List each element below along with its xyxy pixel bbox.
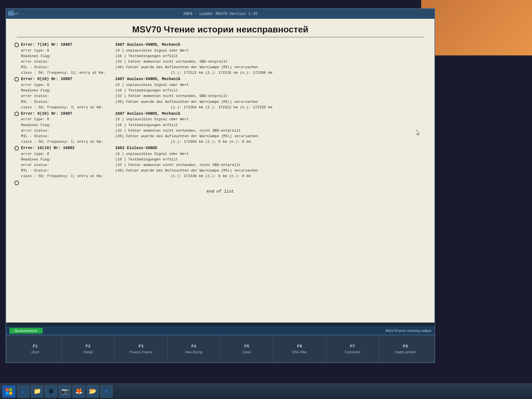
end-of-list-text: end of list (14, 188, 426, 195)
error-header: Error: 8(10) Nr: 10887 (21, 76, 115, 82)
folder2-button[interactable]: 📂 (86, 385, 99, 398)
error-line3: (33 ) Fehler momentan nicht vorhanden, O… (115, 59, 426, 65)
error-readines: Readines Flag: (21, 88, 115, 93)
about-menu[interactable]: About... (8, 12, 24, 16)
error-right: 2A87 Auslass-VANOS, Mechanik (8 ) unplau… (115, 42, 426, 76)
error-class: class : 56; frequency: 3; entry at Km: (21, 105, 115, 110)
error-line2: (16 ) Testbedingungen erfüllt (115, 157, 426, 162)
ie-icon: e (22, 388, 25, 395)
error-right-header: 2A82 Einlass-VANOS (115, 145, 426, 151)
fkey-f8[interactable]: F8 matrix printer (379, 335, 432, 362)
table-row: Error: 10(10) Nr: 10882 error type: 8 Re… (14, 145, 426, 179)
svg-rect-1 (6, 388, 8, 391)
fkey-f8-desc: matrix printer (395, 350, 416, 354)
error-line3: (32 ) Fehler momentan nicht vorhanden, n… (115, 128, 426, 134)
error-readines: Readines Flag: (21, 157, 115, 162)
fkey-f2-label: F2 (86, 344, 91, 348)
fkey-f7-label: F7 (350, 344, 355, 348)
content-area: MSV70 Чтение истории неисправностей Erro… (6, 19, 434, 323)
error-type: error type: 8 (21, 48, 115, 53)
firefox-button[interactable]: 🦊 (73, 385, 85, 398)
background-warm (421, 0, 532, 55)
svg-rect-2 (9, 388, 12, 391)
fkey-f1-desc: short (31, 350, 39, 354)
bmw-icon: ⊕ (105, 388, 108, 395)
folder2-icon: 📂 (89, 388, 96, 395)
error-right: 2A82 Einlass-VANOS (8 ) unplausibles Sig… (115, 145, 426, 179)
fkey-f4-label: F4 (191, 344, 196, 348)
svg-marker-0 (416, 130, 420, 135)
page-title: MSV70 Чтение истории неисправностей (6, 19, 434, 37)
error-line1: (8 ) unplausibles Signal oder Wert (115, 117, 426, 122)
error-mil: MIL - Status: (21, 134, 115, 139)
fkey-f5[interactable]: F5 Clear (221, 335, 273, 362)
error-km: (1.): 172384 km (2.): 0 km (n.): 0 km (115, 139, 426, 145)
error-mil: MIL - Status: (21, 65, 115, 70)
fkey-f5-label: F5 (244, 344, 249, 348)
window-icon: 🖥 (48, 388, 54, 395)
table-row (14, 180, 426, 185)
fkey-f3-label: F3 (139, 344, 144, 348)
fkey-f6[interactable]: F6 EM->filei (273, 335, 326, 362)
fkey-f1[interactable]: F1 short (9, 335, 62, 362)
error-status: error status: (21, 93, 115, 99)
error-left: Error: 7(10) Nr: 10887 error type: 8 Rea… (21, 42, 115, 76)
error-left: Error: 8(10) Nr: 10887 error type: 8 Rea… (21, 76, 115, 110)
function-keys-bar: F1 short F2 Detail F3 Freeze Frame F4 He… (6, 335, 434, 362)
title-bar: About... INPA - Loader MSV70 Version 1.3… (6, 9, 434, 19)
error-status: error status: (21, 59, 115, 65)
error-left: Error: 9(10) Nr: 10887 error type: 8 Rea… (21, 111, 115, 145)
fkey-f1-label: F1 (33, 344, 38, 348)
error-line2: (16 ) Testbedingungen erfüllt (115, 88, 426, 93)
table-row: Error: 7(10) Nr: 10887 error type: 8 Rea… (14, 42, 426, 76)
separator (17, 37, 424, 37)
error-line2: (16 ) Testbedingungen erfüllt (115, 53, 426, 59)
error-class: class : 56; frequency: 1; entry at Km: (21, 139, 115, 145)
error-mil: MIL - Status: (21, 99, 115, 105)
status-bar: - Выполняется - MSV70 error memory outpu… (6, 326, 434, 335)
error-type: error type: 8 (21, 151, 115, 157)
windows-taskbar: e 📁 🖥 📷 🦊 📂 ⊕ (0, 383, 532, 399)
error-line1: (8 ) unplausibles Signal oder Wert (115, 151, 426, 157)
error-right-header: 2A87 Auslass-VANOS, Mechanik (115, 111, 426, 117)
camera-button[interactable]: 📷 (59, 385, 71, 398)
error-status: error status: (21, 128, 115, 134)
error-line3: (33 ) Fehler momentan nicht vorhanden, O… (115, 93, 426, 99)
error-right: 2A87 Auslass-VANOS, Mechanik (8 ) unplau… (115, 76, 426, 110)
error-line1: (8 ) unplausibles Signal oder Wert (115, 82, 426, 88)
fkey-f2[interactable]: F2 Detail (62, 335, 115, 362)
error-km: (1.): 172112 km (2.): 172128 km (n.): 17… (115, 70, 426, 76)
error-line4: (49) Fehler wuerde das Aufleuchten der W… (115, 65, 426, 70)
fkey-f5-desc: Clear (242, 350, 251, 354)
error-mil: MIL - Status: (21, 168, 115, 173)
folder-icon: 📁 (34, 388, 41, 395)
window-button[interactable]: 🖥 (45, 385, 57, 398)
error-circle (14, 43, 19, 47)
error-line4: (49) Fehler wuerde das Aufleuchten der W… (115, 99, 426, 105)
file-explorer-button[interactable]: 📁 (31, 385, 43, 398)
error-line2: (16 ) Testbedingungen erfüllt (115, 122, 426, 128)
fkey-f4[interactable]: F4 Hex-Dump (168, 335, 221, 362)
error-class: class : 56; frequency: 11; entry at Km: (21, 70, 115, 76)
internet-explorer-button[interactable]: e (17, 385, 29, 398)
error-readines: Readines Flag: (21, 122, 115, 128)
title-bar-text: INPA - Loader MSV70 Version 1.35 (183, 12, 258, 16)
fkey-f6-desc: EM->filei (293, 350, 307, 354)
table-row: Error: 8(10) Nr: 10887 error type: 8 Rea… (14, 76, 426, 110)
fkey-f3[interactable]: F3 Freeze Frame (115, 335, 168, 362)
fkey-f7-desc: Comment (345, 350, 360, 354)
error-right-header: 2A87 Auslass-VANOS, Mechanik (115, 76, 426, 82)
bmw-app-button[interactable]: ⊕ (100, 385, 112, 398)
error-line1: (8 ) unplausibles Signal oder Wert (115, 48, 426, 53)
fkey-f7[interactable]: F7 Comment (326, 335, 379, 362)
error-line4: (49) Fehler wuerde das Aufleuchten der W… (115, 134, 426, 139)
fkey-f3-desc: Freeze Frame (130, 350, 152, 354)
table-row: Error: 9(10) Nr: 10887 error type: 8 Rea… (14, 111, 426, 145)
fkey-f2-desc: Detail (83, 350, 93, 354)
errors-container: Error: 7(10) Nr: 10887 error type: 8 Rea… (6, 41, 434, 198)
fkey-f6-label: F6 (297, 344, 302, 348)
error-circle (14, 181, 19, 185)
app-window: About... INPA - Loader MSV70 Version 1.3… (6, 8, 435, 363)
error-line3: (32 ) Fehler momentan nicht vorhanden, n… (115, 162, 426, 168)
start-button[interactable] (2, 385, 16, 398)
